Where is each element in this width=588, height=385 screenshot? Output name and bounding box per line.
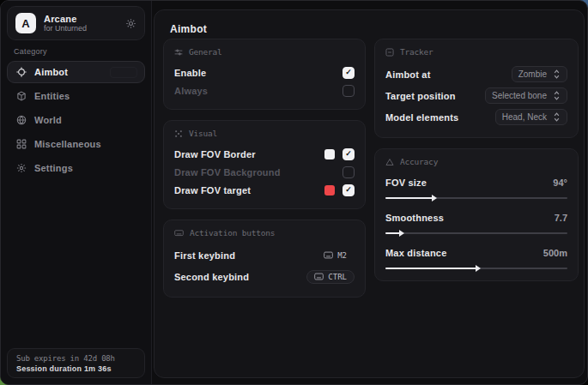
- smoothness-slider[interactable]: [385, 232, 567, 234]
- page-title: Aimbot: [170, 23, 207, 35]
- setting-row-model-elements: Model elements Head, Neck: [385, 106, 567, 128]
- setting-label: First keybind: [174, 250, 235, 261]
- screen: A Arcane for Unturned Category: [0, 0, 588, 385]
- activation-card-header: Activation buttons: [174, 228, 355, 238]
- setting-label: Draw FOV Background: [174, 167, 281, 177]
- setting-label: Model elements: [385, 112, 458, 123]
- slider-group-smoothness: Smoothness 7.7: [385, 208, 567, 234]
- tracker-card: Tracker Aimbot at Zombie: [374, 39, 579, 138]
- app-window: A Arcane for Unturned Category: [0, 0, 588, 385]
- keyboard-icon: [314, 273, 324, 280]
- select-value: Head, Neck: [502, 112, 547, 122]
- triangle-icon: [385, 158, 394, 166]
- app-subtitle: for Unturned: [44, 24, 118, 33]
- setting-label: Smoothness: [385, 213, 444, 223]
- setting-label: Target position: [385, 91, 456, 101]
- subscription-info: Sub expires in 42d 08h Session duration …: [7, 348, 145, 378]
- setting-label: Aimbot at: [385, 69, 431, 80]
- general-card: General Enable Always: [163, 39, 366, 110]
- sidebar-item-aimbot[interactable]: Aimbot: [7, 61, 145, 83]
- sidebar-nav: Aimbot Entities: [7, 61, 145, 181]
- left-column: General Enable Always: [163, 39, 366, 308]
- faint-badge: [110, 67, 137, 78]
- sidebar-item-settings[interactable]: Settings: [7, 157, 145, 179]
- color-swatch-red[interactable]: [324, 185, 335, 196]
- setting-row-enable: Enable: [174, 63, 355, 81]
- aimbot-at-select[interactable]: Zombie: [512, 66, 567, 82]
- color-swatch-white[interactable]: [324, 149, 335, 159]
- setting-row-target-position: Target position Selected bone: [385, 85, 567, 106]
- setting-label: FOV size: [385, 177, 427, 188]
- main-panel: Aimbot General Enable: [154, 9, 585, 378]
- setting-label: Always: [174, 86, 208, 96]
- sidebar-item-miscellaneous[interactable]: Miscellaneous: [7, 133, 145, 155]
- fov-size-slider[interactable]: [385, 197, 567, 199]
- setting-row-fov-background: Draw FOV Background: [174, 163, 355, 181]
- setting-label: Second keybind: [174, 272, 249, 282]
- card-header-label: Accuracy: [400, 157, 438, 166]
- always-checkbox[interactable]: [342, 85, 355, 97]
- crosshair-icon: [16, 67, 27, 77]
- slider-fill[interactable]: [385, 197, 433, 199]
- session-duration-text: Session duration 1m 36s: [16, 364, 136, 373]
- enable-checkbox[interactable]: [342, 67, 355, 79]
- fov-target-checkbox[interactable]: [342, 184, 355, 196]
- sidebar-header: A Arcane for Unturned: [7, 6, 145, 40]
- target-position-select[interactable]: Selected bone: [485, 87, 567, 104]
- keyboard-icon: [324, 251, 333, 259]
- card-header-label: General: [189, 47, 222, 57]
- setting-row-fov-target: Draw FOV target: [174, 181, 355, 199]
- setting-label: Draw FOV target: [174, 185, 251, 196]
- fov-background-checkbox[interactable]: [342, 166, 355, 178]
- accuracy-card-header: Accuracy: [385, 157, 567, 166]
- accuracy-card: Accuracy FOV size 94° Smoothness: [374, 148, 579, 281]
- tracker-card-header: Tracker: [385, 47, 567, 57]
- sliders-icon: [174, 48, 183, 57]
- sidebar-item-entities[interactable]: Entities: [7, 85, 145, 107]
- visual-card: Visual Draw FOV Border Draw FOV Backgrou…: [163, 120, 366, 209]
- sidebar-item-label: Aimbot: [34, 67, 68, 77]
- sidebar-item-label: Entities: [34, 91, 70, 101]
- setting-label: Draw FOV Border: [174, 149, 256, 159]
- max-distance-slider[interactable]: [385, 268, 567, 269]
- keybind-button-ctrl[interactable]: CTRL: [306, 270, 355, 284]
- scan-box-icon: [385, 48, 394, 57]
- slider-value: 7.7: [555, 213, 567, 223]
- category-label: Category: [14, 47, 47, 56]
- chevron-up-down-icon: [553, 69, 561, 79]
- activation-card: Activation buttons First keybind M2: [163, 220, 366, 298]
- select-value: Zombie: [518, 69, 547, 79]
- select-value: Selected bone: [492, 91, 547, 100]
- sidebar-item-label: World: [34, 115, 62, 125]
- setting-row-fov-border: Draw FOV Border: [174, 145, 355, 163]
- slider-group-max-distance: Max distance 500m: [385, 244, 567, 269]
- keyboard-icon: [174, 228, 184, 238]
- sparkle-icon: [174, 129, 183, 138]
- sidebar-item-label: Settings: [34, 163, 73, 173]
- general-card-header: General: [174, 47, 355, 57]
- card-header-label: Tracker: [400, 47, 433, 57]
- setting-row-aimbot-at: Aimbot at Zombie: [385, 63, 567, 85]
- setting-label: Enable: [174, 68, 206, 78]
- gear-icon: [16, 163, 27, 173]
- slider-group-fov-size: FOV size 94°: [385, 173, 567, 199]
- brand: Arcane for Unturned: [44, 14, 118, 33]
- slider-fill[interactable]: [385, 232, 400, 234]
- keybind-value: M2: [337, 251, 347, 260]
- cube-icon: [16, 91, 27, 101]
- setting-row-always: Always: [174, 81, 355, 99]
- slider-value: 94°: [553, 177, 567, 188]
- fov-border-checkbox[interactable]: [342, 148, 355, 160]
- gear-icon[interactable]: [125, 18, 136, 29]
- setting-row-first-keybind: First keybind M2: [174, 244, 355, 266]
- slider-fill[interactable]: [385, 268, 476, 269]
- visual-card-header: Visual: [174, 129, 355, 138]
- chevron-up-down-icon: [553, 112, 561, 122]
- card-header-label: Activation buttons: [190, 228, 275, 238]
- right-column: Tracker Aimbot at Zombie: [374, 39, 579, 292]
- keybind-button-m2[interactable]: M2: [316, 249, 355, 262]
- sidebar-item-world[interactable]: World: [7, 109, 145, 131]
- sub-expiry-text: Sub expires in 42d 08h: [16, 354, 136, 363]
- model-elements-select[interactable]: Head, Neck: [495, 109, 567, 125]
- chevron-up-down-icon: [553, 91, 561, 100]
